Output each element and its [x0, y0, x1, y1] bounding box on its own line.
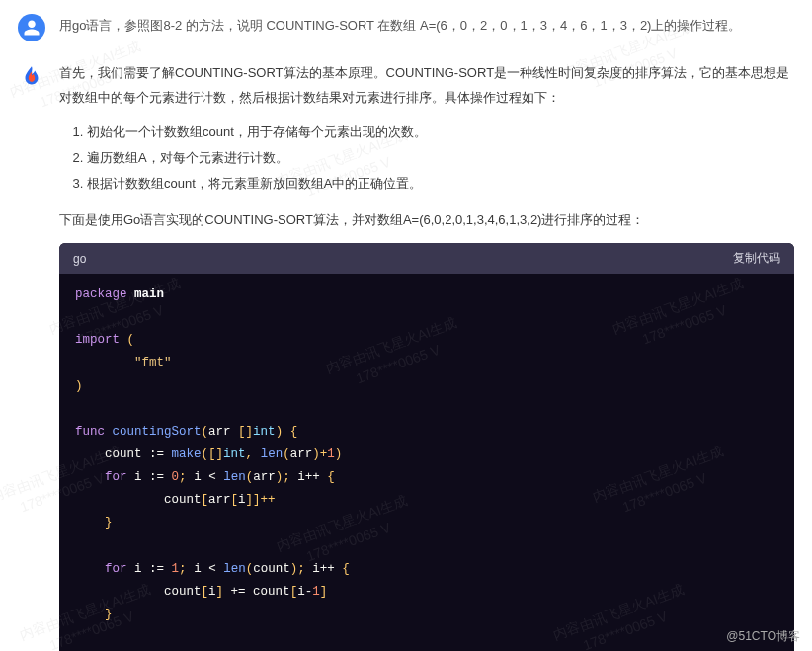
copy-code-button[interactable]: 复制代码: [733, 250, 780, 267]
list-item: 遍历数组A，对每个元素进行计数。: [87, 145, 794, 171]
spark-flame-icon: [19, 64, 44, 90]
ai-message-row: 首先，我们需要了解COUNTING-SORT算法的基本原理。COUNTING-S…: [0, 49, 812, 651]
ai-avatar: [18, 63, 45, 91]
list-item: 根据计数数组count，将元素重新放回数组A中的正确位置。: [87, 171, 794, 197]
ai-message-content: 首先，我们需要了解COUNTING-SORT算法的基本原理。COUNTING-S…: [59, 61, 794, 651]
ai-paragraph-1: 首先，我们需要了解COUNTING-SORT算法的基本原理。COUNTING-S…: [59, 61, 794, 110]
user-message-row: 用go语言，参照图8-2 的方法，说明 COUNTING-SORT 在数组 A=…: [0, 0, 812, 49]
user-message-text: 用go语言，参照图8-2 的方法，说明 COUNTING-SORT 在数组 A=…: [59, 12, 741, 41]
list-item: 初始化一个计数数组count，用于存储每个元素出现的次数。: [87, 120, 794, 145]
code-block: go 复制代码 package main import ( "fmt" ) fu…: [59, 243, 794, 651]
user-icon: [23, 19, 41, 37]
code-header: go 复制代码: [59, 243, 794, 274]
code-content[interactable]: package main import ( "fmt" ) func count…: [59, 274, 794, 651]
ai-paragraph-2: 下面是使用Go语言实现的COUNTING-SORT算法，并对数组A=(6,0,2…: [59, 208, 794, 233]
steps-list: 初始化一个计数数组count，用于存储每个元素出现的次数。 遍历数组A，对每个元…: [87, 120, 794, 197]
code-language-label: go: [73, 252, 86, 266]
user-avatar: [18, 14, 45, 41]
